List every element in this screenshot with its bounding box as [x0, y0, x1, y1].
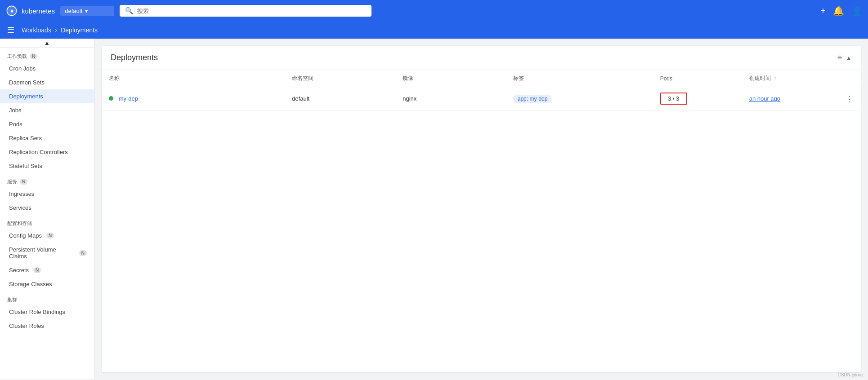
deployment-name-cell: my-dep [102, 87, 285, 110]
deployments-table: 名称 命名空间 镜像 标签 Po [102, 70, 861, 110]
table-body: my-dep default nginx app: my-dep [102, 87, 861, 110]
deployment-pods-cell: 3 / 3 [653, 87, 742, 110]
col-header-image: 镜像 [395, 70, 506, 87]
table-row: my-dep default nginx app: my-dep [102, 87, 861, 110]
panel-title: Deployments [111, 53, 158, 62]
sidebar-item-deployments[interactable]: Deployments [0, 89, 94, 103]
deployment-labels-cell: app: my-dep [506, 87, 653, 110]
deployment-created-cell: an hour ago [742, 87, 838, 110]
panel-header-actions: ≡ ▲ [837, 53, 852, 62]
more-options-button[interactable]: ⋮ [846, 94, 854, 104]
sidebar-item-cluster-role-bindings[interactable]: Cluster Role Bindings [0, 305, 94, 319]
sidebar-item-daemon-sets[interactable]: Daemon Sets [0, 75, 94, 89]
logo: ⎈ kubernetes [5, 4, 55, 17]
menu-icon[interactable]: ☰ [7, 25, 14, 35]
deployment-actions-cell: ⋮ [838, 87, 861, 110]
sidebar-item-cluster-roles[interactable]: Cluster Roles [0, 319, 94, 333]
pods-value: 3 / 3 [660, 93, 687, 105]
sidebar-section-cluster: 集群 [0, 291, 94, 305]
search-bar: 🔍 [120, 5, 371, 17]
deployment-image-cell: nginx [395, 87, 506, 110]
sidebar-item-stateful-sets[interactable]: Stateful Sets [0, 159, 94, 173]
user-avatar[interactable]: 👤 [851, 5, 863, 16]
main-layout: ▲ 工作负载 N Cron Jobs Daemon Sets Deploymen… [0, 39, 868, 379]
sidebar-section-services: 服务 N [0, 173, 94, 187]
namespace-selector[interactable]: default ▾ [60, 6, 114, 16]
status-dot-green [109, 96, 113, 101]
sidebar-item-secrets[interactable]: Secrets N [0, 263, 94, 277]
sidebar: ▲ 工作负载 N Cron Jobs Daemon Sets Deploymen… [0, 39, 94, 379]
search-icon: 🔍 [125, 7, 134, 15]
watermark: CSDN @rinz [838, 372, 864, 377]
add-button[interactable]: + [820, 6, 826, 16]
sidebar-item-jobs[interactable]: Jobs [0, 103, 94, 117]
col-header-actions [838, 70, 861, 87]
content-panel: Deployments ≡ ▲ 名称 命名空间 [102, 46, 861, 372]
logo-text: kubernetes [22, 7, 55, 15]
sidebar-scroll-up[interactable]: ▲ [0, 39, 94, 48]
deployment-name-link[interactable]: my-dep [119, 95, 138, 102]
filter-icon[interactable]: ≡ [837, 53, 842, 62]
label-badge: app: my-dep [513, 95, 552, 103]
col-header-labels: 标签 [506, 70, 653, 87]
kubernetes-logo-icon: ⎈ [5, 4, 18, 17]
sidebar-item-storage-classes[interactable]: Storage Classes [0, 277, 94, 291]
sidebar-item-replication-controllers[interactable]: Replication Controllers [0, 145, 94, 159]
col-header-name: 名称 [102, 70, 285, 87]
col-header-namespace: 命名空间 [285, 70, 395, 87]
panel-header: Deployments ≡ ▲ [102, 46, 861, 70]
breadcrumb-current: Deployments [61, 27, 98, 34]
notification-bell-icon[interactable]: 🔔 [833, 5, 844, 16]
col-header-created[interactable]: 创建时间 ↑ [742, 70, 838, 87]
breadcrumb-bar: ☰ Workloads › Deployments [0, 22, 868, 39]
sidebar-item-services[interactable]: Services [0, 201, 94, 215]
sidebar-item-replica-sets[interactable]: Replica Sets [0, 131, 94, 145]
chevron-down-icon: ▾ [85, 8, 88, 14]
svg-text:⎈: ⎈ [10, 8, 14, 13]
sort-asc-icon: ↑ [774, 75, 777, 81]
search-input[interactable] [137, 8, 366, 14]
sidebar-item-pods[interactable]: Pods [0, 117, 94, 131]
deployments-table-container: 名称 命名空间 镜像 标签 Po [102, 70, 861, 372]
sidebar-item-persistent-volume-claims[interactable]: Persistent Volume Claims N [0, 243, 94, 263]
breadcrumb-separator: › [55, 26, 57, 34]
sidebar-section-workloads: 工作负载 N [0, 48, 94, 62]
table-header: 名称 命名空间 镜像 标签 Po [102, 70, 861, 87]
main-content: Deployments ≡ ▲ 名称 命名空间 [94, 39, 868, 379]
sidebar-item-config-maps[interactable]: Config Maps N [0, 229, 94, 243]
top-nav: ⎈ kubernetes default ▾ 🔍 + 🔔 👤 [0, 0, 868, 22]
breadcrumb-workloads[interactable]: Workloads [22, 27, 51, 34]
sidebar-section-config: 配置和存储 [0, 215, 94, 229]
deployment-namespace-cell: default [285, 87, 395, 110]
sidebar-item-cron-jobs[interactable]: Cron Jobs [0, 62, 94, 75]
namespace-value: default [65, 8, 82, 14]
created-time-link[interactable]: an hour ago [749, 95, 780, 102]
collapse-icon[interactable]: ▲ [846, 54, 852, 62]
top-nav-actions: + 🔔 👤 [820, 5, 863, 16]
col-header-pods: Pods [653, 70, 742, 87]
sidebar-item-ingresses[interactable]: Ingresses [0, 187, 94, 201]
